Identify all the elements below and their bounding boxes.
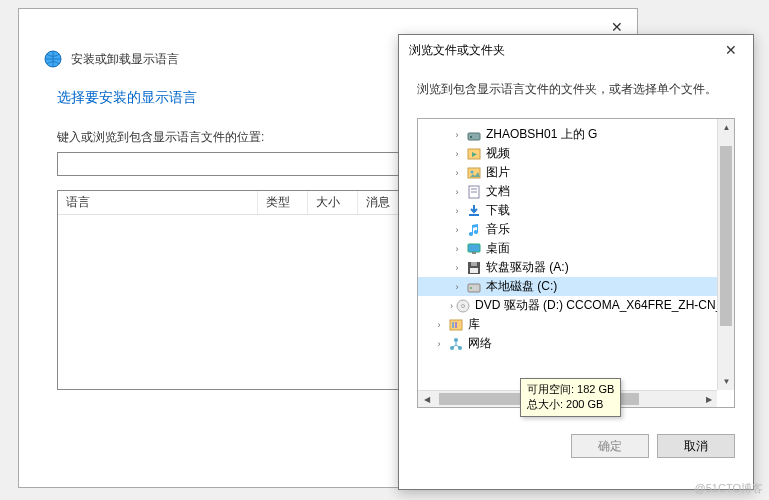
tooltip-free-space: 可用空间: 182 GB (527, 382, 614, 397)
chevron-right-icon[interactable]: › (450, 206, 464, 216)
scroll-left-button[interactable]: ◀ (418, 391, 435, 408)
tree-item[interactable]: ›库 (418, 315, 734, 334)
svg-rect-11 (468, 244, 480, 252)
chevron-right-icon[interactable]: › (450, 263, 464, 273)
folder-tree: ›ZHAOBSH01 上的 G›视频›图片›文档›下载›音乐›桌面›软盘驱动器 … (417, 118, 735, 408)
tree-item[interactable]: ›图片 (418, 163, 734, 182)
chevron-right-icon[interactable]: › (450, 168, 464, 178)
scroll-up-button[interactable]: ▲ (718, 119, 735, 136)
tree-item-label: DVD 驱动器 (D:) CCCOMA_X64FRE_ZH-CN_DV (475, 297, 735, 314)
music-icon (466, 222, 482, 238)
pictures-icon (466, 165, 482, 181)
chevron-right-icon[interactable]: › (450, 149, 464, 159)
browse-folder-dialog: 浏览文件或文件夹 ✕ 浏览到包含显示语言文件的文件夹，或者选择单个文件。 ›ZH… (398, 34, 754, 490)
tree-item[interactable]: ›ZHAOBSH01 上的 G (418, 125, 734, 144)
cancel-button[interactable]: 取消 (657, 434, 735, 458)
svg-point-6 (471, 170, 474, 173)
chevron-right-icon[interactable]: › (432, 339, 446, 349)
chevron-right-icon[interactable]: › (450, 282, 464, 292)
video-icon (466, 146, 482, 162)
tooltip-total-size: 总大小: 200 GB (527, 397, 614, 412)
tree-item-label: 软盘驱动器 (A:) (486, 259, 569, 276)
tree-item-label: 图片 (486, 164, 510, 181)
svg-rect-14 (471, 262, 477, 266)
vertical-scrollbar[interactable]: ▲ ▼ (717, 119, 734, 390)
tree-item[interactable]: ›DVD 驱动器 (D:) CCCOMA_X64FRE_ZH-CN_DV (418, 296, 734, 315)
svg-point-19 (462, 304, 465, 307)
disk-icon (466, 279, 482, 295)
svg-rect-21 (452, 322, 454, 328)
chevron-right-icon[interactable]: › (450, 130, 464, 140)
download-icon (466, 203, 482, 219)
dialog-buttons: 确定 取消 (399, 420, 753, 472)
tree-item[interactable]: ›本地磁盘 (C:) (418, 277, 734, 296)
tree-item-label: 网络 (468, 335, 492, 352)
chevron-right-icon[interactable]: › (450, 187, 464, 197)
tree-item[interactable]: ›下载 (418, 201, 734, 220)
tree-item[interactable]: ›桌面 (418, 239, 734, 258)
wizard-title: 安装或卸载显示语言 (71, 51, 179, 68)
close-button[interactable]: ✕ (713, 36, 749, 64)
scroll-thumb[interactable] (720, 146, 732, 326)
tree-item[interactable]: ›网络 (418, 334, 734, 353)
svg-rect-10 (469, 214, 479, 216)
svg-point-17 (470, 287, 472, 289)
tree-item-label: 本地磁盘 (C:) (486, 278, 557, 295)
front-titlebar: 浏览文件或文件夹 ✕ (399, 35, 753, 65)
desktop-icon (466, 241, 482, 257)
tree-item-label: 音乐 (486, 221, 510, 238)
globe-icon (43, 49, 63, 69)
svg-rect-1 (468, 133, 480, 140)
tree-item-label: 下载 (486, 202, 510, 219)
scroll-right-button[interactable]: ▶ (700, 391, 717, 408)
svg-rect-16 (468, 284, 480, 292)
col-size[interactable]: 大小 (308, 191, 358, 214)
tree-item-label: ZHAOBSH01 上的 G (486, 126, 597, 143)
tree-item[interactable]: ›视频 (418, 144, 734, 163)
watermark: @51CTO博客 (695, 481, 763, 496)
tree-item[interactable]: ›文档 (418, 182, 734, 201)
drive-net-icon (466, 127, 482, 143)
docs-icon (466, 184, 482, 200)
disk-tooltip: 可用空间: 182 GB 总大小: 200 GB (520, 378, 621, 417)
chevron-right-icon[interactable]: › (450, 225, 464, 235)
chevron-right-icon[interactable]: › (432, 320, 446, 330)
library-icon (448, 317, 464, 333)
dialog-title: 浏览文件或文件夹 (409, 42, 505, 59)
dialog-instruction: 浏览到包含显示语言文件的文件夹，或者选择单个文件。 (417, 81, 735, 98)
chevron-right-icon[interactable]: › (450, 244, 464, 254)
col-type[interactable]: 类型 (258, 191, 308, 214)
svg-rect-12 (472, 252, 476, 254)
tree-item-label: 库 (468, 316, 480, 333)
svg-rect-22 (455, 322, 457, 328)
tree-item-label: 视频 (486, 145, 510, 162)
network-icon (448, 336, 464, 352)
ok-button[interactable]: 确定 (571, 434, 649, 458)
col-language[interactable]: 语言 (58, 191, 258, 214)
floppy-icon (466, 260, 482, 276)
tree-item-label: 桌面 (486, 240, 510, 257)
svg-point-2 (470, 136, 472, 138)
tree-item[interactable]: ›音乐 (418, 220, 734, 239)
chevron-right-icon[interactable]: › (450, 301, 453, 311)
svg-point-23 (454, 338, 458, 342)
scroll-down-button[interactable]: ▼ (718, 373, 735, 390)
dvd-icon (455, 298, 471, 314)
tree-item-label: 文档 (486, 183, 510, 200)
svg-rect-15 (470, 268, 478, 273)
tree-item[interactable]: ›软盘驱动器 (A:) (418, 258, 734, 277)
